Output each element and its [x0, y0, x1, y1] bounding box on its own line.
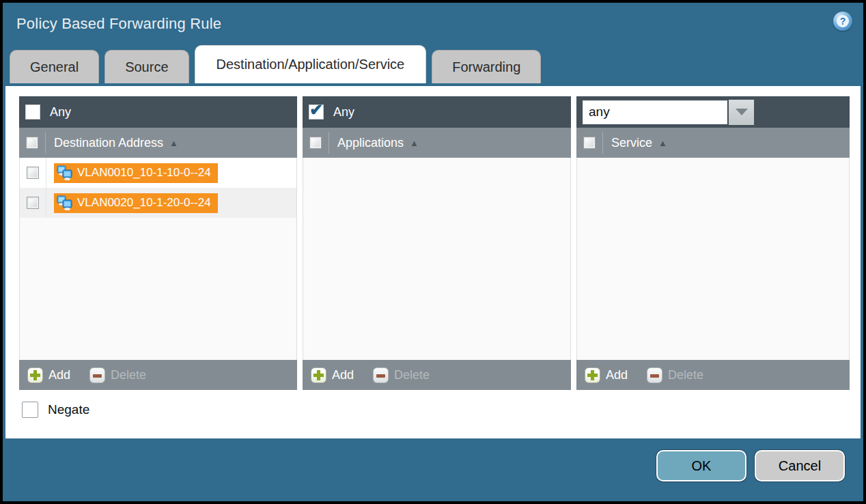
address-item[interactable]: VLAN0020_10-1-20-0--24 [54, 193, 218, 213]
network-address-icon [56, 195, 73, 211]
applications-column: Any Applications ▲ Add [303, 96, 571, 390]
header-divider [45, 132, 46, 154]
row-checkbox[interactable] [27, 167, 39, 179]
table-row[interactable]: VLAN0010_10-1-10-0--24 [20, 158, 296, 188]
add-plus-icon [311, 367, 326, 383]
network-address-icon [56, 165, 73, 181]
row-checkbox[interactable] [27, 197, 39, 209]
applications-any-label: Any [333, 105, 354, 120]
applications-column-header[interactable]: Applications ▲ [303, 128, 571, 158]
applications-any-checkbox[interactable] [309, 104, 324, 120]
delete-application-button[interactable]: Delete [373, 367, 430, 383]
tab-destination-application-service[interactable]: Destination/Application/Service [195, 45, 427, 83]
add-label: Add [606, 368, 628, 382]
sort-ascending-icon[interactable]: ▲ [658, 138, 667, 148]
delete-label: Delete [111, 368, 146, 382]
header-divider [329, 132, 329, 154]
destination-header-label: Destination Address [54, 136, 163, 150]
destination-selectall-checkbox[interactable] [26, 137, 38, 149]
header-divider [602, 132, 603, 154]
delete-minus-icon [89, 367, 105, 383]
tab-general[interactable]: General [10, 50, 99, 83]
service-header-label: Service [611, 136, 652, 150]
destination-any-bar: Any [19, 96, 297, 128]
destination-any-label: Any [50, 105, 71, 120]
negate-label: Negate [48, 402, 89, 417]
tab-forwarding[interactable]: Forwarding [432, 50, 541, 83]
service-selectall-checkbox[interactable] [583, 137, 596, 149]
delete-service-button[interactable]: Delete [647, 367, 703, 383]
service-column-header[interactable]: Service ▲ [576, 128, 850, 158]
dialog-titlebar: Policy Based Forwarding Rule ? [3, 3, 863, 45]
service-column: Service ▲ Add Delete [576, 96, 850, 390]
help-question-mark: ? [837, 15, 849, 27]
cancel-button[interactable]: Cancel [755, 450, 845, 481]
add-label: Add [48, 368, 70, 382]
chevron-down-icon [736, 109, 748, 115]
help-icon[interactable]: ? [833, 12, 852, 31]
tab-bar: General Source Destination/Application/S… [3, 45, 863, 83]
delete-minus-icon [373, 367, 389, 383]
ok-button[interactable]: OK [656, 450, 746, 481]
destination-address-list: VLAN0010_10-1-10-0--24 VLAN0020_10-1-20-… [19, 158, 297, 360]
applications-selectall-checkbox[interactable] [309, 137, 322, 149]
applications-header-label: Applications [337, 136, 404, 150]
tab-source[interactable]: Source [104, 50, 188, 83]
applications-any-bar: Any [303, 96, 571, 128]
negate-row: Negate [22, 402, 861, 418]
add-application-button[interactable]: Add [311, 367, 354, 383]
add-plus-icon [585, 367, 600, 383]
add-label: Add [332, 368, 354, 382]
dialog-footer: OK Cancel [5, 433, 861, 499]
add-address-button[interactable]: Add [27, 367, 70, 383]
destination-column-header[interactable]: Destination Address ▲ [19, 128, 297, 158]
table-row[interactable]: VLAN0020_10-1-20-0--24 [20, 188, 296, 218]
delete-address-button[interactable]: Delete [89, 367, 146, 383]
applications-list [303, 158, 571, 360]
destination-any-checkbox[interactable] [25, 104, 40, 120]
sort-ascending-icon[interactable]: ▲ [169, 138, 178, 148]
columns-container: Any Destination Address ▲ [5, 86, 861, 390]
delete-label: Delete [668, 368, 703, 382]
delete-label: Delete [394, 368, 430, 382]
destination-footer-bar: Add Delete [19, 360, 297, 390]
destination-address-column: Any Destination Address ▲ [19, 96, 297, 390]
address-label: VLAN0020_10-1-20-0--24 [77, 196, 211, 210]
applications-footer-bar: Add Delete [303, 360, 571, 390]
policy-based-forwarding-dialog: Policy Based Forwarding Rule ? General S… [0, 0, 866, 504]
service-dropdown-input[interactable] [583, 100, 727, 124]
service-dropdown-button[interactable] [729, 100, 754, 125]
service-footer-bar: Add Delete [576, 360, 850, 390]
service-list [576, 158, 850, 360]
add-service-button[interactable]: Add [585, 367, 628, 383]
delete-minus-icon [647, 367, 662, 383]
dialog-title: Policy Based Forwarding Rule [16, 15, 221, 33]
negate-checkbox[interactable] [22, 402, 38, 418]
address-item[interactable]: VLAN0010_10-1-10-0--24 [54, 163, 218, 183]
address-label: VLAN0010_10-1-10-0--24 [77, 166, 211, 180]
service-dropdown-bar [576, 96, 850, 128]
sort-ascending-icon[interactable]: ▲ [410, 138, 419, 148]
tab-content-panel: Any Destination Address ▲ [5, 86, 861, 438]
add-plus-icon [27, 367, 43, 383]
